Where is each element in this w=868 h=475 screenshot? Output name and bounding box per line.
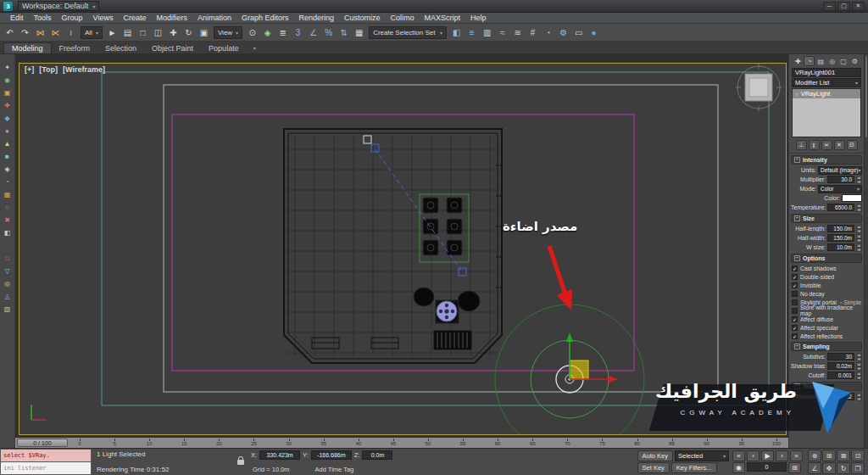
spinner[interactable]: ▴▾ — [856, 353, 862, 360]
left-toolbar-icon[interactable]: ✦ — [1, 61, 14, 73]
menu-item[interactable]: Group — [57, 14, 88, 22]
left-toolbar-icon[interactable]: ✚ — [1, 99, 14, 111]
checkbox[interactable] — [792, 282, 798, 288]
selection-lock-toggle[interactable] — [234, 449, 248, 475]
select-and-manipulate-icon[interactable]: ◈ — [260, 25, 275, 40]
next-frame-button[interactable]: › — [776, 450, 788, 461]
unlink-selection-icon[interactable]: ⋉ — [48, 25, 63, 40]
viewcube[interactable] — [736, 64, 782, 111]
auto-key-button[interactable]: Auto Key — [637, 450, 673, 461]
select-and-move-icon[interactable]: ✚ — [166, 25, 181, 40]
left-toolbar-icon[interactable] — [1, 239, 14, 251]
rollout-header-size[interactable]: − Size — [791, 214, 862, 223]
orbit-icon[interactable]: ↻ — [837, 462, 850, 474]
play-button[interactable]: ▶ — [761, 450, 774, 461]
rendered-frame-window-icon[interactable]: ▭ — [571, 25, 586, 40]
left-toolbar-icon[interactable]: ◆ — [1, 112, 14, 124]
wall-fixtures[interactable] — [312, 331, 471, 349]
selection-filter-dropdown[interactable]: All ▾ — [81, 26, 103, 39]
configure-modifier-sets-icon[interactable]: ⊟ — [847, 140, 858, 150]
schematic-view-icon[interactable]: # — [526, 25, 540, 40]
modify-tab-icon[interactable]: ◔ — [804, 56, 815, 66]
left-toolbar-icon[interactable]: ▦ — [1, 188, 14, 200]
ribbon-collapse-icon[interactable]: ▾ — [253, 45, 256, 51]
ribbon-tab[interactable]: Selection — [97, 43, 144, 53]
render-setup-icon[interactable]: ⚙ — [556, 25, 570, 40]
left-toolbar-icon[interactable]: ◈ — [1, 163, 14, 175]
select-and-link-icon[interactable]: ⋈ — [33, 25, 47, 40]
mini-listener-macro-line[interactable]: select $VRay. — [0, 449, 92, 462]
redo-icon[interactable]: ↷ — [18, 25, 32, 40]
zoom-icon[interactable]: ⊕ — [808, 450, 821, 461]
workspace-dropdown[interactable]: Workspace: Default ▾ — [18, 1, 99, 11]
align-icon[interactable]: ≡ — [465, 25, 479, 40]
edit-named-selection-sets-icon[interactable]: ▦ — [352, 25, 366, 40]
left-toolbar-icon[interactable]: ◧ — [1, 226, 14, 238]
angle-snap-icon[interactable]: ∠ — [306, 25, 320, 40]
spinner[interactable]: ▴▾ — [856, 362, 862, 370]
left-toolbar-icon[interactable]: ◔ — [1, 176, 14, 187]
undo-icon[interactable]: ↶ — [3, 25, 17, 40]
field-of-view-icon[interactable]: ∠ — [808, 462, 821, 474]
reference-coordinate-dropdown[interactable]: View ▾ — [214, 26, 242, 39]
size-field[interactable]: 10.0m — [827, 243, 854, 251]
left-toolbar-icon[interactable]: ✖ — [1, 214, 14, 226]
zoom-extents-icon[interactable]: ⊠ — [837, 450, 850, 461]
key-mode-toggle[interactable]: ◉ — [732, 462, 745, 473]
spinner[interactable]: ▴▾ — [856, 225, 862, 232]
modifier-stack-item[interactable]: ○ VRayLight — [793, 89, 860, 98]
menu-item[interactable]: Customize — [339, 14, 386, 22]
select-object-icon[interactable]: ► — [105, 25, 120, 40]
option-row[interactable]: Cast shadows — [789, 264, 864, 272]
select-by-name-icon[interactable]: ▤ — [120, 25, 135, 40]
floor-plan[interactable] — [284, 129, 502, 363]
checkbox[interactable] — [792, 333, 798, 339]
menu-item[interactable]: Edit — [5, 14, 29, 22]
option-row[interactable]: No decay — [789, 289, 864, 298]
percent-snap-icon[interactable]: % — [321, 25, 336, 40]
menu-item[interactable]: Modifiers — [151, 14, 192, 22]
rectangular-selection-region-icon[interactable]: □ — [136, 25, 150, 40]
modifier-stack[interactable]: ○ VRayLight — [792, 88, 861, 137]
create-tab-icon[interactable]: ✚ — [793, 56, 804, 66]
viewport-pov-menu[interactable]: [Top] — [39, 65, 58, 74]
mini-listener-input-line[interactable]: ini listener — [0, 462, 92, 475]
left-toolbar-icon[interactable]: ▣ — [1, 87, 14, 98]
ribbon-tab[interactable]: Modeling — [3, 42, 52, 53]
rollout-header-options[interactable]: − Options — [791, 254, 862, 263]
timeline[interactable]: 0 / 100 05101520253035404550556065707580… — [15, 437, 788, 448]
material-editor-icon[interactable]: ◔ — [541, 25, 555, 40]
menu-item[interactable]: Create — [118, 14, 151, 22]
mode-dropdown[interactable]: Color ▾ — [818, 185, 862, 193]
use-pivot-center-icon[interactable]: ⊙ — [245, 25, 259, 40]
current-frame-field[interactable]: 0 — [747, 462, 787, 472]
spinner[interactable]: ▴▾ — [856, 243, 862, 251]
spinner-snap-icon[interactable]: ⇅ — [337, 25, 351, 40]
rollout-header-sampling[interactable]: − Sampling — [791, 342, 862, 351]
utilities-tab-icon[interactable]: ⚙ — [849, 56, 860, 66]
scrollbar-thumb[interactable] — [865, 56, 867, 137]
coord-y-field[interactable]: -166.686m — [311, 450, 352, 460]
menu-item[interactable]: Tools — [29, 14, 57, 22]
key-filters-button[interactable]: Key Filters... — [671, 462, 717, 473]
menu-item[interactable]: Help — [465, 14, 492, 22]
left-toolbar-icon[interactable]: ■ — [1, 150, 14, 162]
left-toolbar-icon[interactable]: ● — [1, 125, 14, 137]
rollout-header-intensity[interactable]: − Intensity — [791, 155, 862, 165]
coord-z-field[interactable]: 0.0m — [362, 450, 392, 460]
temperature-field[interactable]: 6500.0 — [827, 204, 854, 211]
maximize-viewport-icon[interactable]: ❒ — [851, 462, 865, 474]
left-toolbar-icon[interactable]: □ — [1, 252, 14, 264]
checkbox[interactable] — [792, 308, 798, 314]
select-and-scale-icon[interactable]: ▣ — [197, 25, 211, 40]
layer-manager-icon[interactable]: ▥ — [480, 25, 494, 40]
menu-item[interactable]: MAXScript — [420, 14, 466, 22]
selected-set-dropdown[interactable]: Selected ▾ — [675, 450, 729, 461]
minimize-button[interactable]: ─ — [823, 2, 836, 11]
zoom-all-icon[interactable]: ⊞ — [822, 450, 836, 461]
spinner[interactable]: ▴▾ — [856, 234, 862, 242]
display-tab-icon[interactable]: ▢ — [838, 56, 849, 66]
option-row[interactable]: Affect specular — [789, 323, 864, 332]
spinner[interactable]: ▴▾ — [856, 372, 862, 379]
viewport-shading-menu[interactable]: [Wireframe] — [63, 65, 105, 74]
